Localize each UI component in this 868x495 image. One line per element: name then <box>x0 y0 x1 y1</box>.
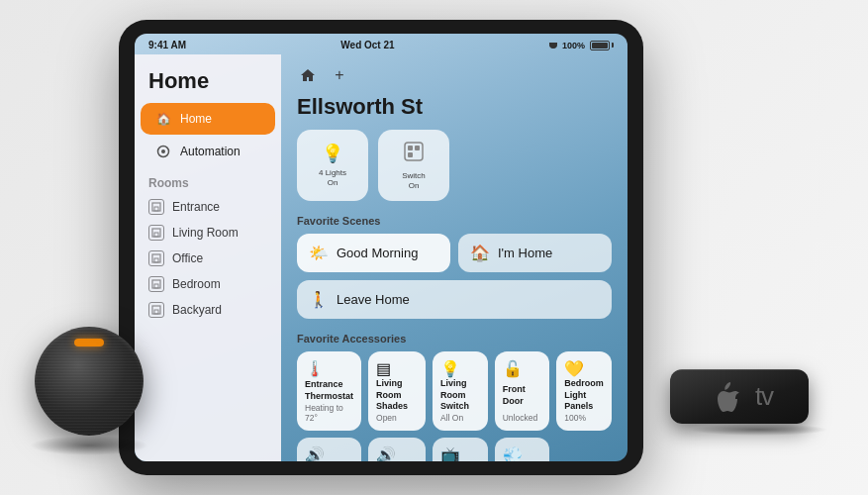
room-living-icon <box>148 225 164 241</box>
im-home-label: I'm Home <box>498 246 552 260</box>
status-time: 9:41 AM <box>148 40 186 50</box>
accessory-lr-fan[interactable]: 💨 Living Room Fan Off <box>495 438 550 461</box>
thermostat-status: Heating to 72° <box>305 403 353 423</box>
status-right: 100% <box>549 41 614 50</box>
front-door-status: Unlocked <box>503 413 537 423</box>
apple-tv-box: tv <box>670 369 809 424</box>
im-home-icon: 🏠 <box>470 244 490 262</box>
thermostat-name: Entrance Thermostat <box>305 379 353 402</box>
homepod-top-indicator <box>74 339 104 346</box>
shades-icon: ▤ <box>376 359 391 378</box>
accessory-front-door[interactable]: 🔓 Front Door Unlocked <box>495 351 550 431</box>
svg-rect-9 <box>154 284 158 288</box>
scene-im-home[interactable]: 🏠 I'm Home <box>458 234 612 272</box>
battery-tip <box>612 43 614 48</box>
light-panels-name: Bedroom Light Panels <box>564 378 604 413</box>
accessory-light-panels[interactable]: 💛 Bedroom Light Panels 100% <box>556 351 612 431</box>
device-tile-switch[interactable]: Switch On <box>378 130 449 201</box>
switch-icon <box>403 141 425 167</box>
shades-name: Living Room Shades <box>376 378 418 413</box>
svg-point-1 <box>161 149 165 153</box>
accessories-section-title: Favorite Accessories <box>297 333 612 345</box>
scene-container: 9:41 AM Wed Oct 21 100% <box>0 0 868 495</box>
sidebar-item-home[interactable]: 🏠 Home <box>141 103 275 135</box>
svg-rect-13 <box>408 146 413 150</box>
sidebar-section-rooms: Rooms <box>135 168 281 194</box>
room-entrance-icon <box>148 199 164 215</box>
sidebar-item-automation[interactable]: Automation <box>141 136 275 167</box>
svg-rect-12 <box>405 143 423 160</box>
apple-logo-svg <box>716 379 745 415</box>
scene-good-morning[interactable]: 🌤️ Good Morning <box>297 234 450 272</box>
homepod-body <box>35 327 144 436</box>
sidebar-room-entrance[interactable]: Entrance <box>135 194 281 220</box>
sidebar-room-office[interactable]: Office <box>135 246 281 271</box>
main-header: + <box>297 64 612 86</box>
page-title: Ellsworth St <box>297 94 612 120</box>
front-door-name: Front Door <box>503 384 542 407</box>
shades-status: Open <box>376 413 397 423</box>
battery-body <box>590 41 610 50</box>
front-door-icon: 🔓 <box>503 359 523 378</box>
good-morning-label: Good Morning <box>337 246 418 260</box>
accessories-grid: 🌡️ Entrance Thermostat Heating to 72° ▤ … <box>297 351 612 461</box>
switch-label: Switch On <box>402 171 426 190</box>
svg-rect-14 <box>415 146 420 150</box>
homepod-mini-device <box>20 317 158 455</box>
svg-rect-7 <box>154 258 158 262</box>
home-nav-icon[interactable] <box>297 64 319 86</box>
room-bedroom-label: Bedroom <box>172 277 221 291</box>
room-bedroom-icon <box>148 276 164 292</box>
wifi-icon <box>549 43 557 49</box>
scenes-grid: 🌤️ Good Morning 🏠 I'm Home <box>297 234 612 272</box>
room-backyard-label: Backyard <box>172 303 222 317</box>
home-icon: 🏠 <box>154 110 172 128</box>
accessory-bedroom-homepod[interactable]: 🔊 Bedroom HomePod Paused <box>297 438 361 461</box>
apple-tv-shadow <box>690 424 828 436</box>
tv-text: tv <box>755 381 773 412</box>
accessory-kitchen-homepod[interactable]: 🔊 Kitchen HomePod Playing <box>368 438 426 461</box>
battery-icon <box>590 41 614 50</box>
device-tiles-row: 💡 4 Lights On <box>297 130 612 201</box>
battery-fill <box>592 43 608 49</box>
apple-tv-device: tv <box>670 369 848 436</box>
room-living-label: Living Room <box>172 226 239 240</box>
sidebar-room-living[interactable]: Living Room <box>135 220 281 246</box>
light-panels-icon: 💛 <box>564 359 584 378</box>
lr-switch-status: All On <box>440 413 463 423</box>
accessory-shades[interactable]: ▤ Living Room Shades Open <box>368 351 426 431</box>
room-office-icon <box>148 250 164 266</box>
scene-leave-home[interactable]: 🚶 Leave Home <box>297 280 612 319</box>
ipad-screen: 9:41 AM Wed Oct 21 100% <box>135 34 627 461</box>
add-button[interactable]: + <box>329 64 350 86</box>
lr-fan-icon: 💨 <box>503 446 523 461</box>
sidebar-home-label: Home <box>180 112 212 126</box>
sidebar-automation-label: Automation <box>180 145 241 158</box>
main-content: + Ellsworth St 💡 4 Lights On <box>281 54 627 461</box>
device-tile-lights[interactable]: 💡 4 Lights On <box>297 130 368 201</box>
accessory-thermostat[interactable]: 🌡️ Entrance Thermostat Heating to 72° <box>297 351 361 431</box>
bedroom-homepod-icon: 🔊 <box>305 446 325 461</box>
accessory-lr-switch[interactable]: 💡 Living Room Switch All On <box>433 351 488 431</box>
ipad-device: 9:41 AM Wed Oct 21 100% <box>119 20 643 475</box>
automation-icon <box>154 143 172 160</box>
lr-switch-icon: 💡 <box>440 359 460 378</box>
accessory-office-appletv[interactable]: 📺 Office Apple TV Paused <box>433 438 488 461</box>
status-bar: 9:41 AM Wed Oct 21 100% <box>135 34 627 54</box>
room-backyard-icon <box>148 302 164 318</box>
battery-percentage: 100% <box>562 41 585 50</box>
kitchen-homepod-icon: 🔊 <box>376 446 396 461</box>
light-panels-status: 100% <box>564 413 586 423</box>
sidebar-room-bedroom[interactable]: Bedroom <box>135 271 281 297</box>
room-office-label: Office <box>172 251 203 265</box>
status-date: Wed Oct 21 <box>340 40 394 50</box>
scenes-section-title: Favorite Scenes <box>297 215 612 227</box>
svg-rect-3 <box>154 207 158 211</box>
sidebar-title: Home <box>135 64 281 102</box>
lights-label: 4 Lights On <box>319 168 346 187</box>
svg-rect-5 <box>154 233 158 237</box>
good-morning-icon: 🌤️ <box>309 244 329 262</box>
leave-home-label: Leave Home <box>337 292 410 307</box>
office-appletv-icon: 📺 <box>440 446 460 461</box>
lr-switch-name: Living Room Switch <box>440 378 480 413</box>
